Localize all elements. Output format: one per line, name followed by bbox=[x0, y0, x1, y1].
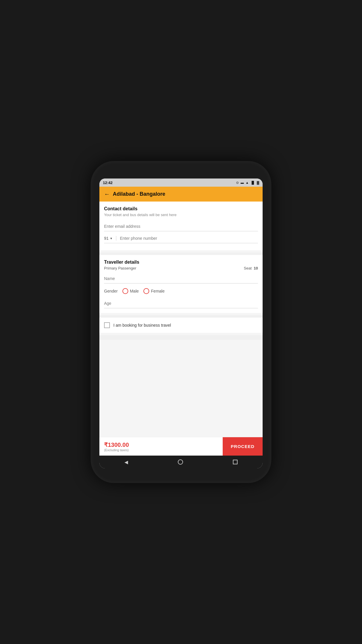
phone-input-row: 91 ▼ bbox=[104, 236, 258, 243]
seat-info: Seat 10 bbox=[244, 266, 258, 270]
back-button[interactable]: ← bbox=[104, 191, 110, 197]
email-input[interactable] bbox=[104, 222, 258, 231]
price-amount: ₹1300.00 bbox=[104, 441, 218, 448]
business-travel-checkbox[interactable] bbox=[104, 322, 110, 328]
status-bar: 12:42 ⊙ ▬ ▲ ▐▌ ▓ bbox=[99, 178, 263, 187]
seat-number: 10 bbox=[254, 266, 258, 270]
male-label: Male bbox=[130, 289, 139, 293]
business-travel-label: I am booking for business travel bbox=[113, 323, 171, 328]
contact-details-section: Contact details Your ticket and bus deta… bbox=[99, 202, 263, 250]
header-title: Adilabad - Bangalore bbox=[113, 191, 165, 197]
battery-icon: ▓ bbox=[257, 181, 259, 184]
seat-label: Seat bbox=[244, 266, 252, 270]
spacer-1 bbox=[99, 253, 263, 255]
age-input[interactable] bbox=[104, 299, 258, 308]
contact-details-subtitle: Your ticket and bus details will be sent… bbox=[104, 213, 258, 217]
name-input[interactable] bbox=[104, 274, 258, 284]
phone-screen: 12:42 ⊙ ▬ ▲ ▐▌ ▓ ← Adilabad - Bangalore … bbox=[99, 178, 263, 468]
dropdown-arrow-icon: ▼ bbox=[110, 237, 113, 240]
nav-home-button[interactable] bbox=[178, 459, 183, 465]
bottom-bar: ₹1300.00 (Excluding taxes) PROCEED bbox=[99, 437, 263, 456]
male-radio-button[interactable] bbox=[122, 288, 128, 294]
passenger-label: Primary Passenger bbox=[104, 266, 136, 270]
phone-number-input[interactable] bbox=[120, 236, 258, 241]
spacer-2 bbox=[99, 315, 263, 318]
gender-label: Gender bbox=[104, 289, 118, 293]
price-value: 1300.00 bbox=[108, 442, 129, 448]
country-code-selector[interactable]: 91 ▼ bbox=[104, 236, 116, 241]
country-code-text: 91 bbox=[104, 236, 109, 241]
signal-icon: ▐▌ bbox=[250, 181, 255, 184]
gender-row: Gender Male Female bbox=[104, 288, 258, 294]
nav-back-button[interactable]: ◀ bbox=[124, 459, 128, 465]
traveller-details-section: Traveller details Primary Passenger Seat… bbox=[99, 255, 263, 313]
female-radio-button[interactable] bbox=[143, 288, 149, 294]
wifi-icon: ▲ bbox=[245, 181, 249, 184]
status-icons: ⊙ ▬ ▲ ▐▌ ▓ bbox=[236, 181, 259, 185]
business-travel-section: I am booking for business travel bbox=[99, 318, 263, 333]
price-tax: (Excluding taxes) bbox=[104, 448, 218, 452]
nav-recent-button[interactable] bbox=[233, 460, 238, 464]
nav-bar: ◀ bbox=[99, 456, 263, 468]
spacer-3 bbox=[99, 335, 263, 337]
phone-frame: 12:42 ⊙ ▬ ▲ ▐▌ ▓ ← Adilabad - Bangalore … bbox=[91, 161, 271, 483]
app-header: ← Adilabad - Bangalore bbox=[99, 187, 263, 202]
price-symbol: ₹ bbox=[104, 442, 108, 448]
passenger-header: Primary Passenger Seat 10 bbox=[104, 266, 258, 270]
sim-icon: ▬ bbox=[240, 181, 244, 184]
price-section: ₹1300.00 (Excluding taxes) bbox=[99, 437, 223, 456]
female-label: Female bbox=[151, 289, 165, 293]
status-time: 12:42 bbox=[103, 181, 113, 185]
spacer-4 bbox=[99, 337, 263, 340]
business-travel-checkbox-row[interactable]: I am booking for business travel bbox=[104, 322, 258, 328]
proceed-button[interactable]: PROCEED bbox=[223, 437, 263, 456]
alarm-icon: ⊙ bbox=[236, 181, 239, 185]
main-content: Contact details Your ticket and bus deta… bbox=[99, 202, 263, 437]
male-radio-option[interactable]: Male bbox=[122, 288, 139, 294]
traveller-details-title: Traveller details bbox=[104, 260, 258, 265]
contact-details-title: Contact details bbox=[104, 206, 258, 211]
female-radio-option[interactable]: Female bbox=[143, 288, 165, 294]
